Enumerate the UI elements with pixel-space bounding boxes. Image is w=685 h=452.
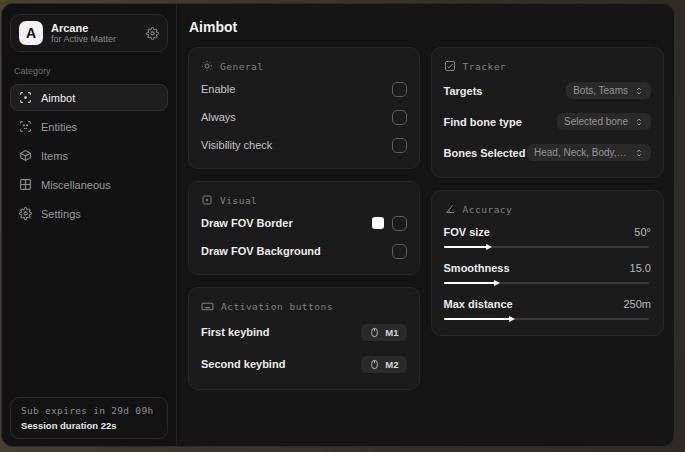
slider-label: Max distance [444, 298, 513, 310]
setting-label: Bones Selected [444, 147, 526, 159]
bones-selected-dropdown[interactable]: Head, Neck, Body, Pe.. [527, 144, 651, 161]
angle-icon [444, 203, 456, 215]
sidebar-item-label: Miscellaneous [41, 179, 111, 191]
setting-row-fov-background: Draw FOV Background [201, 240, 407, 262]
page-title: Aimbot [189, 19, 664, 35]
find-bone-type-dropdown[interactable]: Selected bone [557, 113, 651, 130]
slider-fill [444, 246, 488, 248]
gear-icon [19, 207, 32, 220]
always-checkbox[interactable] [392, 110, 407, 125]
cube-icon [19, 149, 32, 162]
color-swatch[interactable] [372, 217, 384, 229]
category-label: Category [14, 66, 164, 76]
dropdown-value: Head, Neck, Body, Pe.. [534, 147, 628, 158]
app-name: Arcane [51, 22, 138, 35]
sidebar-item-label: Entities [41, 121, 77, 133]
app-subtitle: for Active Matter [51, 34, 138, 44]
fov-border-checkbox[interactable] [392, 216, 407, 231]
slider-fill [444, 282, 496, 284]
slider-value: 50° [634, 226, 651, 238]
setting-row-fov-border: Draw FOV Border [201, 212, 407, 234]
sidebar-item-aimbot[interactable]: Aimbot [10, 84, 168, 111]
dropdown-value: Bots, Teams [573, 85, 628, 96]
slider-value: 15.0 [630, 262, 651, 274]
mouse-icon [369, 327, 380, 338]
panel-general: General Enable Always Visibility check [188, 47, 420, 169]
keybind-value: M1 [385, 327, 398, 338]
setting-label: Find bone type [444, 116, 522, 128]
select-icon [634, 117, 644, 127]
targets-dropdown[interactable]: Bots, Teams [566, 82, 651, 99]
sub-expires-text: Sub expires in 29d 09h [21, 405, 157, 416]
setting-row-always: Always [201, 106, 407, 128]
setting-label: Targets [444, 85, 483, 97]
panel-title: Visual [220, 195, 257, 206]
setting-label: Second keybind [201, 358, 285, 370]
sidebar-item-label: Aimbot [41, 92, 75, 104]
keyboard-icon [201, 300, 214, 313]
overlay-window: A Arcane for Active Matter Category Aimb… [1, 3, 675, 447]
setting-row-visibility-check: Visibility check [201, 134, 407, 156]
sun-icon [201, 60, 213, 72]
enable-checkbox[interactable] [392, 82, 407, 97]
sidebar-item-settings[interactable]: Settings [10, 200, 168, 227]
setting-label: Visibility check [201, 139, 272, 151]
settings-gear-icon[interactable] [146, 27, 159, 40]
setting-row-first-keybind: First keybind M1 [201, 319, 407, 345]
sidebar-item-miscellaneous[interactable]: Miscellaneous [10, 171, 168, 198]
keybind-button-m2[interactable]: M2 [361, 356, 406, 373]
setting-row-bones-selected: Bones Selected Head, Neck, Body, Pe.. [444, 140, 651, 165]
slider-label: FOV size [444, 226, 490, 238]
setting-row-second-keybind: Second keybind M2 [201, 351, 407, 377]
slider-row-max-distance: Max distance 250m [444, 296, 651, 323]
select-icon [634, 148, 644, 158]
slider-row-smoothness: Smoothness 15.0 [444, 260, 651, 287]
setting-label: Enable [201, 83, 235, 95]
entities-icon [19, 120, 32, 133]
fov-background-checkbox[interactable] [392, 244, 407, 259]
slider-value: 250m [623, 298, 651, 310]
setting-row-find-bone-type: Find bone type Selected bone [444, 109, 651, 134]
setting-row-enable: Enable [201, 78, 407, 100]
smoothness-slider[interactable] [444, 279, 651, 287]
sidebar-item-label: Items [41, 150, 68, 162]
panel-title: Accuracy [463, 204, 513, 215]
keybind-value: M2 [385, 359, 398, 370]
focus-icon [201, 194, 213, 206]
setting-label: Draw FOV Border [201, 217, 293, 229]
main-content: Aimbot General Enable [178, 4, 674, 446]
tracker-icon [444, 60, 456, 72]
panel-accuracy: Accuracy FOV size 50° [431, 190, 664, 336]
setting-row-targets: Targets Bots, Teams [444, 78, 651, 103]
panel-title: Tracker [463, 61, 507, 72]
sidebar-item-label: Settings [41, 208, 81, 220]
slider-row-fov-size: FOV size 50° [444, 224, 651, 251]
visibility-check-checkbox[interactable] [392, 138, 407, 153]
brand-card: A Arcane for Active Matter [10, 14, 168, 52]
sidebar-item-items[interactable]: Items [10, 142, 168, 169]
setting-label: First keybind [201, 326, 269, 338]
keybind-button-m1[interactable]: M1 [361, 324, 406, 341]
layout-icon [19, 178, 32, 191]
category-nav: Aimbot Entities Items Miscellaneous [10, 84, 168, 227]
max-distance-slider[interactable] [444, 315, 651, 323]
app-logo: A [19, 21, 43, 45]
sidebar-item-entities[interactable]: Entities [10, 113, 168, 140]
subscription-info-card: Sub expires in 29d 09h Session duration … [10, 397, 168, 439]
panel-title: Activation buttons [221, 301, 333, 312]
fov-size-slider[interactable] [444, 243, 651, 251]
session-duration-text: Session duration 22s [21, 420, 157, 431]
slider-fill [444, 318, 510, 320]
setting-label: Always [201, 111, 236, 123]
setting-label: Draw FOV Background [201, 245, 321, 257]
slider-label: Smoothness [444, 262, 510, 274]
mouse-icon [369, 359, 380, 370]
panel-visual: Visual Draw FOV Border Draw FOV Backgrou… [188, 181, 420, 275]
panel-title: General [220, 61, 264, 72]
crosshair-icon [19, 91, 32, 104]
select-icon [634, 86, 644, 96]
panel-activation-buttons: Activation buttons First keybind M1 Seco… [188, 287, 420, 390]
panel-tracker: Tracker Targets Bots, Teams Find bone ty… [431, 47, 664, 178]
dropdown-value: Selected bone [564, 116, 628, 127]
sidebar: A Arcane for Active Matter Category Aimb… [2, 4, 177, 446]
